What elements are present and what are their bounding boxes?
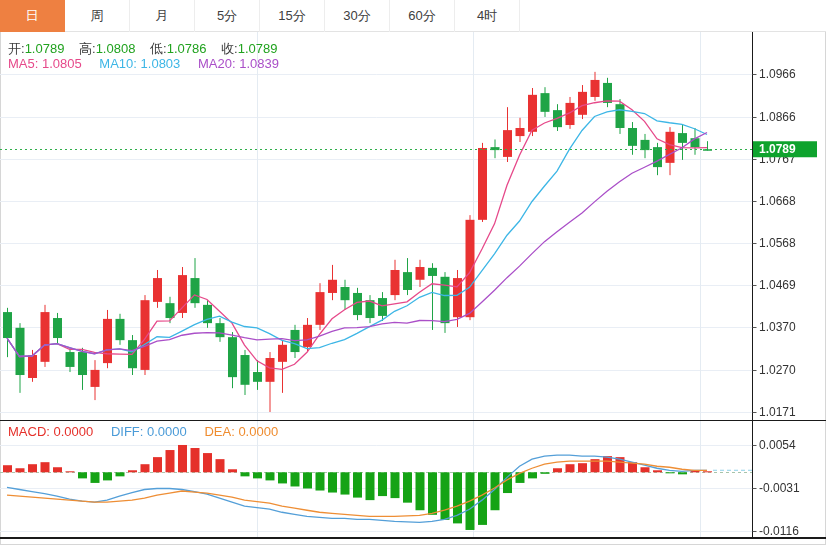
high-value: 1.0808 [96,41,136,56]
tab-4hour[interactable]: 4时 [455,0,520,32]
diff-value: DIFF: 0.0000 [111,424,187,439]
low-value: 1.0786 [167,41,207,56]
tab-60min[interactable]: 60分 [390,0,455,32]
tab-5min[interactable]: 5分 [195,0,260,32]
macd-legend: MACD: 0.0000 DIFF: 0.0000 DEA: 0.0000 [8,424,278,439]
ma20-value: MA20: 1.0839 [198,56,279,71]
ma-legend: MA5: 1.0805 MA10: 1.0803 MA20: 1.0839 [8,56,279,71]
dea-value: DEA: 0.0000 [204,424,278,439]
close-value: 1.0789 [238,41,278,56]
low-label: 低: [150,41,167,56]
tab-day[interactable]: 日 [0,0,65,32]
tab-month[interactable]: 月 [130,0,195,32]
high-label: 高: [79,41,96,56]
ma5-value: MA5: 1.0805 [8,56,82,71]
tab-30min[interactable]: 30分 [325,0,390,32]
close-label: 收: [221,41,238,56]
timeframe-toolbar: 日 周 月 5分 15分 30分 60分 4时 [0,0,826,32]
open-label: 开: [8,41,25,56]
macd-value: MACD: 0.0000 [8,424,93,439]
candlestick-chart-canvas[interactable] [0,32,826,545]
ma10-value: MA10: 1.0803 [99,56,180,71]
tab-week[interactable]: 周 [65,0,130,32]
trading-chart-app: 日 周 月 5分 15分 30分 60分 4时 开:1.0789 高:1.080… [0,0,826,545]
open-value: 1.0789 [25,41,65,56]
tab-15min[interactable]: 15分 [260,0,325,32]
